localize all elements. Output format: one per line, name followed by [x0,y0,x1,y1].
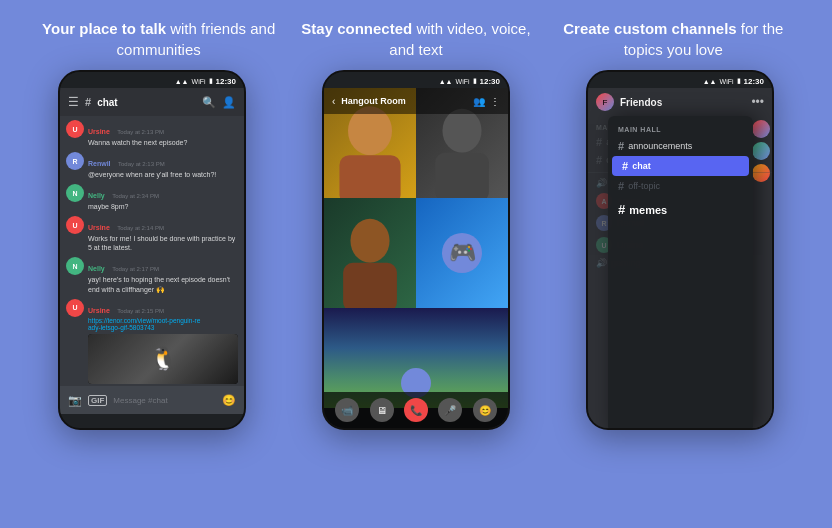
phone2-members-icon[interactable]: 👥 [473,96,485,107]
wifi-icon-3: WiFi [720,78,734,85]
avatar-6: U [66,299,84,317]
signal-icon-2: ▲▲ [439,78,453,85]
author-6: Ursine [88,307,110,314]
tagline-3: Create custom channels for the topics yo… [553,18,793,60]
search-icon[interactable]: 🔍 [202,96,216,109]
phone2-header: ‹ Hangout Room 👥 ⋮ [324,88,508,114]
overlay-ch-memes[interactable]: # memes [608,196,753,223]
msg-content-3: Nelly Today at 2:34 PM maybe 8pm? [88,184,238,211]
message-2: R Renwil Today at 2:13 PM @everyone when… [66,152,238,179]
overlay-hash-chat: # [622,160,628,172]
avatar-1: U [66,120,84,138]
tagline-3-bold: Create custom channels [563,20,736,37]
phone-2: ▲▲ WiFi ▮ 12:30 🎮 ‹ Hangout Room [322,70,510,430]
overlay-ch-offtopic[interactable]: # off-topic [608,176,753,196]
overlay-ch-chat[interactable]: # chat [612,156,749,176]
msg-content-6: Ursine Today at 2:15 PM https://tenor.co… [88,299,238,384]
camera-icon[interactable]: 📷 [68,394,82,407]
phone2-header-icons: 👥 ⋮ [473,96,500,107]
overlay-ch-announcements[interactable]: # announcements [608,136,753,156]
channel-name: chat [97,97,196,108]
message-6: U Ursine Today at 2:15 PM https://tenor.… [66,299,238,384]
text-1: Wanna watch the next episode? [88,138,238,147]
hash-icon: # [85,96,91,108]
ctrl-screen-share[interactable]: 🖥 [370,398,394,422]
server-more-icon[interactable]: ••• [751,95,764,109]
tagline-2: Stay connected with video, voice, and te… [296,18,536,60]
video-grid: 🎮 [324,88,508,308]
msg-content-2: Renwil Today at 2:13 PM @everyone when a… [88,152,238,179]
video-cell-4: 🎮 [416,198,508,308]
chat-messages[interactable]: U Ursine Today at 2:13 PM Wanna watch th… [60,116,244,386]
avatar-4: U [66,216,84,234]
gif-icon[interactable]: GIF [88,395,107,406]
time-3: 12:30 [744,77,764,86]
phone1-header: ☰ # chat 🔍 👤 [60,88,244,116]
overlay-category-main: MAIN HALL [608,122,753,136]
channels-overlay: MAIN HALL # announcements # chat # off-t… [608,116,753,430]
text-5: yay! here's to hoping the next episode d… [88,275,238,293]
tagline-row: Your place to talk with friends and comm… [0,0,832,70]
signal-icon-3: ▲▲ [703,78,717,85]
server-name: Friendos [620,97,745,108]
text-3: maybe 8pm? [88,202,238,211]
wifi-icon-2: WiFi [456,78,470,85]
avatar-3: N [66,184,84,202]
voice-icon-general: 🔊 [596,178,607,188]
message-4: U Ursine Today at 2:14 PM Works for me! … [66,216,238,252]
overlay-name-memes: memes [629,204,667,216]
overlay-hash-memes: # [618,202,625,217]
discord-logo: 🎮 [442,233,482,273]
phones-row: ▲▲ WiFi ▮ 12:30 ☰ # chat 🔍 👤 U [0,70,832,528]
tagline-1: Your place to talk with friends and comm… [39,18,279,60]
ctrl-mute[interactable]: 🎤 [438,398,462,422]
time-msg-5: Today at 2:17 PM [112,266,159,272]
phone-2-wrapper: ▲▲ WiFi ▮ 12:30 🎮 ‹ Hangout Room [296,70,536,430]
time-1: 12:30 [216,77,236,86]
author-4: Ursine [88,224,110,231]
time-2: 12:30 [480,77,500,86]
phone-3: ▲▲ WiFi ▮ 12:30 F Friendos ••• [586,70,774,430]
channels-body: MAIN HALL # announcements # chat 🔊 gener… [588,116,772,430]
avatar-5: N [66,257,84,275]
voice-icon-gaming: 🔊 [596,258,607,268]
status-bar-2: ▲▲ WiFi ▮ 12:30 [324,72,508,88]
overlay-hash-ann: # [618,140,624,152]
time-msg-4: Today at 2:14 PM [117,225,164,231]
back-icon[interactable]: ‹ [332,96,335,107]
server-icon: F [596,93,614,111]
message-3: N Nelly Today at 2:34 PM maybe 8pm? [66,184,238,211]
message-placeholder[interactable]: Message #chat [113,396,216,405]
battery-icon-2: ▮ [473,77,477,85]
phone2-controls: 📹 🖥 📞 🎤 😊 [324,392,508,428]
message-1: U Ursine Today at 2:13 PM Wanna watch th… [66,120,238,147]
signal-icon-1: ▲▲ [175,78,189,85]
ctrl-end-call[interactable]: 📞 [404,398,428,422]
menu-icon[interactable]: ☰ [68,95,79,109]
author-2: Renwil [88,160,111,167]
phone-1: ▲▲ WiFi ▮ 12:30 ☰ # chat 🔍 👤 U [58,70,246,430]
battery-icon-3: ▮ [737,77,741,85]
status-bar-3: ▲▲ WiFi ▮ 12:30 [588,72,772,88]
overlay-name-chat: chat [632,161,651,171]
avatar-2: R [66,152,84,170]
battery-icon-1: ▮ [209,77,213,85]
phone2-more-icon[interactable]: ⋮ [490,96,500,107]
phone1-footer: 📷 GIF Message #chat 😊 [60,386,244,414]
wifi-icon-1: WiFi [192,78,206,85]
msg-content-1: Ursine Today at 2:13 PM Wanna watch the … [88,120,238,147]
msg-content-5: Nelly Today at 2:17 PM yay! here's to ho… [88,257,238,293]
hash-chat: # [596,154,602,166]
time-msg-3: Today at 2:34 PM [112,193,159,199]
phone-1-wrapper: ▲▲ WiFi ▮ 12:30 ☰ # chat 🔍 👤 U [32,70,272,430]
tagline-1-bold: Your place to talk [42,20,166,37]
msg-link[interactable]: https://tenor.com/view/moot-penguin-read… [88,317,238,331]
ctrl-face[interactable]: 😊 [473,398,497,422]
author-1: Ursine [88,128,110,135]
overlay-name-ann: announcements [628,141,692,151]
time-msg-6: Today at 2:15 PM [117,308,164,314]
emoji-icon[interactable]: 😊 [222,394,236,407]
time-msg-1: Today at 2:13 PM [117,129,164,135]
member-icon[interactable]: 👤 [222,96,236,109]
ctrl-camera[interactable]: 📹 [335,398,359,422]
